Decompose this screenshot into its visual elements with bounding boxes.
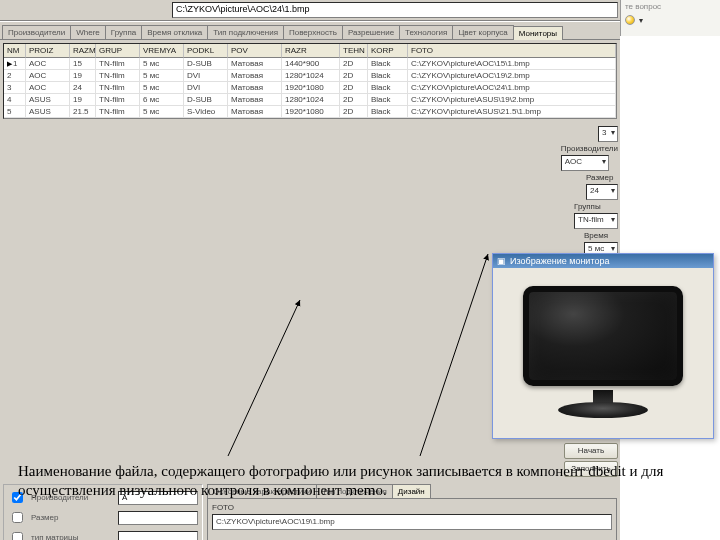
tab-7[interactable]: Технология bbox=[399, 25, 453, 39]
filter-checkbox[interactable] bbox=[12, 532, 23, 540]
tab-9[interactable]: Мониторы bbox=[513, 26, 563, 40]
image-window[interactable]: ▣ Изображение монитора bbox=[492, 253, 714, 439]
col-header[interactable]: GRUP bbox=[96, 44, 140, 58]
filter-text[interactable] bbox=[118, 531, 198, 541]
grid-panel: NMPROIZRAZMGRUPVREMYAPODKLPOVRAZRTEHNKOR… bbox=[0, 39, 620, 122]
tab-8[interactable]: Цвет корпуса bbox=[452, 25, 513, 39]
chevron-down-icon[interactable]: ▾ bbox=[639, 16, 643, 25]
tab-2[interactable]: Группа bbox=[105, 25, 142, 39]
data-grid[interactable]: NMPROIZRAZMGRUPVREMYAPODKLPOVRAZRTEHNKOR… bbox=[3, 43, 617, 119]
tab-6[interactable]: Разрешение bbox=[342, 25, 400, 39]
filter-select[interactable]: AOС bbox=[561, 155, 609, 171]
tab-0[interactable]: Производители bbox=[2, 25, 71, 39]
col-header[interactable]: PODKL bbox=[184, 44, 228, 58]
topbar: C:\ZYKOV\picture\AOС\24\1.bmp bbox=[0, 0, 620, 21]
filter-checkbox[interactable] bbox=[12, 512, 23, 523]
table-row[interactable]: 3AOС24TN-film5 мсDVIМатовая1920*10802DBl… bbox=[4, 82, 616, 94]
tab-5[interactable]: Поверхность bbox=[283, 25, 343, 39]
filter-select[interactable]: 24 bbox=[586, 184, 618, 200]
foto-label: FOTO bbox=[212, 503, 612, 512]
tab-4[interactable]: Тип подключения bbox=[207, 25, 284, 39]
filter-check-row: тип матрицы bbox=[8, 529, 198, 540]
col-header[interactable]: FOTO bbox=[408, 44, 616, 58]
image-body bbox=[493, 268, 713, 438]
detail-body: FOTO C:\ZYKOV\picture\AOС\19\1.bmp bbox=[207, 498, 617, 540]
col-header[interactable]: POV bbox=[228, 44, 282, 58]
help-icon[interactable] bbox=[625, 15, 635, 25]
monitor-image bbox=[513, 278, 693, 428]
table-row[interactable]: 5ASUS21.5TN-film5 мсS-VideoМатовая1920*1… bbox=[4, 106, 616, 118]
image-window-title: ▣ Изображение монитора bbox=[493, 254, 713, 268]
main-tabs: ПроизводителиWhereГруппаВремя откликаТип… bbox=[0, 21, 620, 39]
foto-memo[interactable]: C:\ZYKOV\picture\AOС\19\1.bmp bbox=[212, 514, 612, 530]
col-header[interactable]: TEHN bbox=[340, 44, 368, 58]
picture-icon: ▣ bbox=[497, 256, 506, 266]
table-row[interactable]: 2AOС19TN-film5 мсDVIМатовая1280*10242DBl… bbox=[4, 70, 616, 82]
col-header[interactable]: NM bbox=[4, 44, 26, 58]
filter-text[interactable] bbox=[118, 511, 198, 525]
right-toolbar: те вопрос ▾ bbox=[620, 0, 720, 36]
caption-text: Наименование файла, содержащего фотограф… bbox=[18, 462, 678, 500]
col-header[interactable]: VREMYA bbox=[140, 44, 184, 58]
filter-select[interactable]: TN-film bbox=[574, 213, 618, 229]
table-row[interactable]: 1AOС15TN-film5 мсD-SUBМатовая1440*9002DB… bbox=[4, 58, 616, 70]
tab-3[interactable]: Время отклика bbox=[141, 25, 208, 39]
col-header[interactable]: PROIZ bbox=[26, 44, 70, 58]
col-header[interactable]: KORP bbox=[368, 44, 408, 58]
path-input[interactable]: C:\ZYKOV\picture\AOС\24\1.bmp bbox=[172, 2, 618, 18]
col-header[interactable]: RAZM bbox=[70, 44, 96, 58]
col-header[interactable]: RAZR bbox=[282, 44, 340, 58]
table-row[interactable]: 4ASUS19TN-film6 мсD-SUBМатовая1280*10242… bbox=[4, 94, 616, 106]
filter-check-row: Размер bbox=[8, 509, 198, 526]
filter-select[interactable]: 3 bbox=[598, 126, 618, 142]
start-button[interactable]: Начать bbox=[564, 443, 618, 459]
tab-1[interactable]: Where bbox=[70, 25, 106, 39]
